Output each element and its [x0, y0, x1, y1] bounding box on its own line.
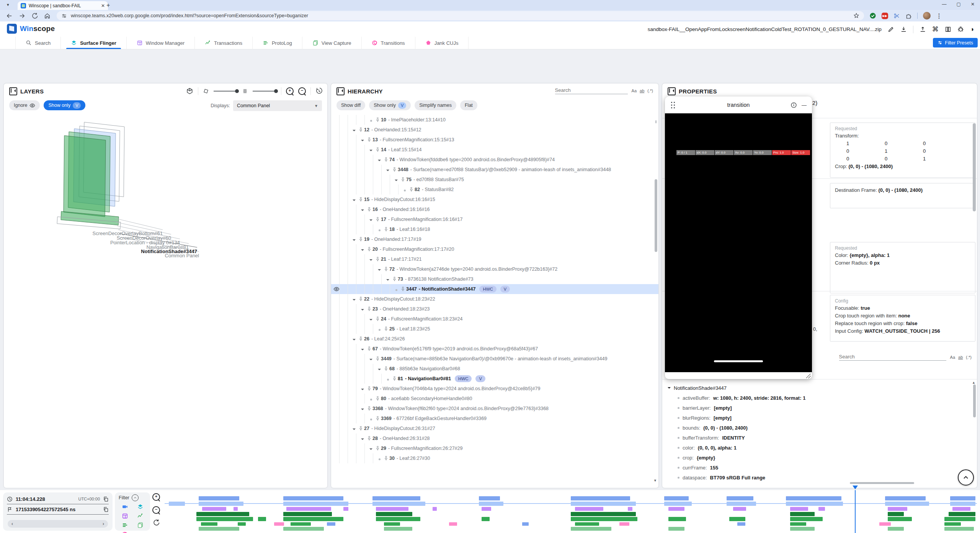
hierarchy-row[interactable]: 23- OneHanded:18:23#23 — [331, 304, 658, 314]
expand-triangle-icon[interactable] — [359, 308, 366, 312]
extensions-puzzle-icon[interactable] — [905, 13, 912, 19]
url-bar[interactable]: winscope.teams.x20web.corp.google.com/pr… — [57, 11, 864, 20]
forward-button[interactable] — [19, 13, 25, 19]
edit-trace-icon[interactable] — [888, 26, 894, 33]
hierarchy-row[interactable]: 3448- Surface(name=ed70f88 StatusBar)/@0… — [331, 165, 658, 175]
pin-icon[interactable] — [382, 224, 389, 232]
hierarchy-row[interactable]: 14- Leaf:15:15#14 — [331, 145, 658, 155]
hierarchy-row[interactable]: 12- OneHanded:15:15#12 — [331, 125, 658, 135]
flat-button[interactable]: Flat — [460, 100, 477, 110]
copy-ns-icon[interactable] — [103, 507, 109, 512]
dark-mode-icon[interactable]: ◑ — [970, 26, 974, 33]
pin-icon[interactable] — [399, 284, 406, 291]
expand-triangle-icon[interactable] — [359, 437, 366, 441]
expand-triangle-icon[interactable] — [385, 168, 391, 173]
leaf-bullet[interactable] — [368, 417, 374, 420]
leaf-bullet[interactable] — [385, 378, 391, 381]
trace-segment[interactable] — [786, 502, 843, 506]
hierarchy-row[interactable]: 18- Leaf:16:16#18 — [331, 224, 658, 234]
trace-segment[interactable] — [199, 496, 239, 500]
ignore-button[interactable]: Ignore — [9, 100, 40, 110]
trace-tab-search[interactable]: Search — [15, 37, 61, 49]
trace-segment[interactable] — [234, 507, 238, 511]
proto-property-row[interactable]: crop:{empty} — [668, 453, 969, 463]
extension-check-icon[interactable] — [869, 12, 876, 19]
expand-triangle-icon[interactable] — [368, 258, 374, 262]
expand-triangle-icon[interactable] — [351, 198, 357, 203]
match-word-icon[interactable]: ab — [958, 355, 963, 360]
expand-triangle-icon[interactable] — [351, 129, 357, 133]
trace-segment[interactable] — [384, 522, 400, 526]
trace-segment[interactable] — [283, 517, 343, 521]
filter-collapse-icon[interactable] — [132, 494, 139, 501]
trace-segment[interactable] — [664, 502, 692, 506]
trace-segment[interactable] — [668, 517, 686, 521]
collapse-layers-icon[interactable] — [9, 87, 17, 95]
expand-icon[interactable] — [668, 387, 671, 390]
pin-icon[interactable] — [408, 185, 415, 192]
expand-triangle-icon[interactable] — [368, 318, 374, 322]
hierarchy-row[interactable]: 19- OneHanded:17:17#19 — [331, 234, 658, 244]
browser-menu-icon[interactable]: ⋮ — [936, 12, 942, 20]
timeline-zoom-out-icon[interactable]: − — [152, 506, 160, 514]
hierarchy-row[interactable]: 27- HideDisplayCutout:26:31#27 — [331, 423, 658, 433]
trace-segment[interactable] — [291, 522, 311, 526]
trace-segment[interactable] — [737, 522, 745, 526]
hierarchy-row[interactable]: 16- OneHanded:16:16#16 — [331, 204, 658, 214]
pin-icon[interactable] — [374, 443, 381, 451]
pin-icon[interactable] — [374, 254, 381, 262]
expand-triangle-icon[interactable] — [376, 268, 382, 272]
expand-triangle-icon[interactable] — [351, 238, 357, 242]
trace-segment[interactable] — [885, 496, 926, 500]
overlay-info-icon[interactable] — [791, 102, 797, 108]
pin-icon[interactable] — [382, 453, 389, 461]
timeline-reset-zoom-icon[interactable] — [153, 519, 160, 526]
hierarchy-search-input[interactable] — [555, 87, 628, 94]
trace-segment[interactable] — [888, 507, 907, 511]
properties-scrollbar[interactable] — [973, 123, 976, 211]
swirl-trace-icon[interactable] — [122, 531, 128, 533]
proto-property-row[interactable]: bufferTransform:IDENTITY — [668, 433, 969, 443]
tab-search-chevron-icon[interactable]: ▾ — [7, 2, 9, 7]
pin-icon[interactable] — [366, 244, 372, 252]
trace-segment[interactable] — [571, 512, 636, 516]
trace-segment[interactable] — [729, 517, 745, 521]
pin-icon[interactable] — [391, 165, 398, 172]
trace-segment[interactable] — [372, 496, 420, 500]
trace-segment[interactable] — [944, 527, 973, 531]
pin-icon[interactable] — [357, 195, 364, 202]
shortcuts-icon[interactable]: ⌘ — [932, 25, 939, 33]
trace-segment[interactable] — [376, 507, 408, 511]
match-case-icon[interactable]: Aa — [950, 355, 955, 360]
hierarchy-row[interactable]: 81- NavigationBar0#81HWCV — [331, 374, 658, 384]
hierarchy-row[interactable]: 29- FullscreenMagnification:26:27#29 — [331, 443, 658, 453]
upload-trace-icon[interactable] — [920, 26, 926, 33]
hierarchy-row[interactable]: 72- WindowToken{a2746de type=2040 androi… — [331, 264, 658, 274]
hierarchy-row[interactable]: 30- Leaf:26:27#30 — [331, 453, 658, 463]
trace-segment[interactable] — [201, 522, 217, 526]
pin-icon[interactable] — [374, 115, 381, 122]
collapse-hierarchy-icon[interactable] — [336, 87, 345, 95]
scroll-left-icon[interactable]: ‹ — [11, 521, 13, 526]
trace-tab-window-manager[interactable]: Window Manager — [127, 37, 195, 49]
trace-segment[interactable] — [283, 527, 324, 531]
expand-triangle-icon[interactable] — [393, 178, 399, 183]
expand-triangle-icon[interactable] — [359, 208, 366, 213]
screenshot-overlay-window[interactable]: transition — P: 0 / 1dX: 0.0dY: 0.0Xv: 0… — [665, 96, 812, 379]
trace-segment[interactable] — [482, 517, 490, 521]
trace-tab-transitions[interactable]: Transitions — [362, 37, 415, 49]
trace-segment[interactable] — [274, 522, 284, 526]
trace-segment[interactable] — [449, 522, 457, 526]
proto-property-row[interactable]: barrierLayer:[empty] — [668, 403, 969, 413]
trace-segment[interactable] — [628, 507, 633, 511]
proto-property-row[interactable]: currFrame:155 — [668, 463, 969, 473]
layers-3d-scene[interactable]: ScreenDecorOverlayBottom#61ScreenDecorOv… — [4, 116, 327, 331]
filter-presets-button[interactable]: Filter Presets — [933, 38, 978, 47]
scroll-right-icon[interactable]: › — [103, 521, 104, 526]
hierarchy-row[interactable]: 26- Leaf:24:25#26 — [331, 334, 658, 344]
expand-triangle-icon[interactable] — [351, 338, 357, 342]
trace-segment[interactable] — [479, 502, 503, 506]
reset-camera-icon[interactable] — [186, 88, 193, 95]
expand-triangle-icon[interactable] — [368, 218, 374, 222]
trace-segment[interactable] — [327, 522, 335, 526]
